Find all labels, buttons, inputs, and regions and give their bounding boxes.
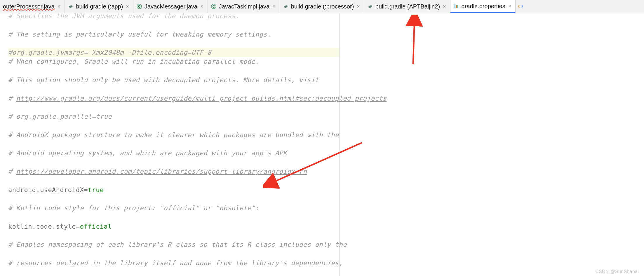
- properties-icon: [453, 3, 459, 9]
- comment-url[interactable]: http://www.gradle.org/docs/current/userg…: [16, 95, 387, 102]
- code-line: # resources declared in the library itse…: [8, 258, 458, 268]
- code-line: # The setting is particularly useful for…: [8, 30, 458, 39]
- watermark: CSDN @SunShanai: [595, 269, 639, 274]
- tab-javacmessager[interactable]: C JavacMessager.java ×: [133, 0, 208, 13]
- code-line: # This option should only be used with d…: [8, 75, 458, 84]
- close-icon[interactable]: ×: [58, 4, 61, 9]
- gradle-icon: [367, 4, 373, 9]
- gradle-icon: [283, 4, 289, 9]
- code-line: # org.gradle.parallel=true: [8, 112, 458, 121]
- code-line: kotlin.code.style=official: [8, 222, 458, 231]
- tab-overflow-gutter[interactable]: [516, 0, 525, 13]
- close-icon[interactable]: ×: [200, 4, 203, 9]
- tab-label: build.gradle (APTBaijin2): [375, 3, 440, 10]
- tab-label: gradle.properties: [462, 3, 505, 10]
- close-icon[interactable]: ×: [272, 4, 276, 9]
- svg-rect-5: [456, 5, 457, 8]
- svg-text:C: C: [213, 5, 215, 8]
- code-line: # Kotlin code style for this project: "o…: [8, 203, 458, 213]
- code-line: # https://developer.android.com/topic/li…: [8, 167, 458, 176]
- close-icon[interactable]: ×: [126, 4, 129, 9]
- tab-label: JavacTaskImpl.java: [219, 3, 269, 10]
- tab-javactaskimpl[interactable]: C JavacTaskImpl.java ×: [208, 0, 280, 13]
- tab-build-gradle-aptbaijin2[interactable]: build.gradle (APTBaijin2) ×: [364, 0, 450, 13]
- code-line: # Specifies the JVM arguments used for t…: [8, 11, 458, 20]
- code-line: # Enables namespacing of each library's …: [8, 240, 458, 249]
- code-line: # Android operating system, and which ar…: [8, 149, 458, 158]
- close-icon[interactable]: ×: [357, 4, 360, 9]
- svg-rect-6: [457, 5, 458, 8]
- code-line: android.useAndroidX=true: [8, 185, 458, 194]
- comment-url[interactable]: https://developer.android.com/topic/libr…: [16, 168, 307, 175]
- code-editor[interactable]: # Specifies the JVM arguments used for t…: [0, 11, 458, 276]
- code-line: # http://www.gradle.org/docs/current/use…: [8, 94, 458, 103]
- code-icon: [518, 4, 523, 9]
- tab-label: outerProcessor.java: [3, 3, 55, 10]
- tab-label: build.gradle (:app): [76, 3, 123, 10]
- tab-build-gradle-app[interactable]: build.gradle (:app) ×: [65, 0, 133, 13]
- tab-gradle-properties[interactable]: gradle.properties ×: [450, 0, 516, 13]
- class-icon: C: [211, 4, 217, 9]
- tab-label: build.gradle (:processor): [291, 3, 354, 10]
- code-line: # AndroidX package structure to make it …: [8, 130, 458, 139]
- code-line: # When configured, Gradle will run in in…: [8, 57, 458, 66]
- code-line: #org.gradle.jvmargs=-Xmx2048m -Dfile.enc…: [8, 48, 339, 57]
- tab-build-gradle-processor[interactable]: build.gradle (:processor) ×: [280, 0, 364, 13]
- tab-label: JavacMessager.java: [145, 3, 197, 10]
- code-content: # Specifies the JVM arguments used for t…: [8, 11, 458, 276]
- svg-text:C: C: [138, 5, 140, 8]
- class-icon: C: [136, 4, 142, 9]
- close-icon[interactable]: ×: [508, 4, 511, 9]
- svg-rect-4: [455, 4, 455, 8]
- close-icon[interactable]: ×: [443, 4, 446, 9]
- gradle-icon: [68, 4, 74, 9]
- tab-outerprocessor[interactable]: outerProcessor.java ×: [0, 0, 65, 13]
